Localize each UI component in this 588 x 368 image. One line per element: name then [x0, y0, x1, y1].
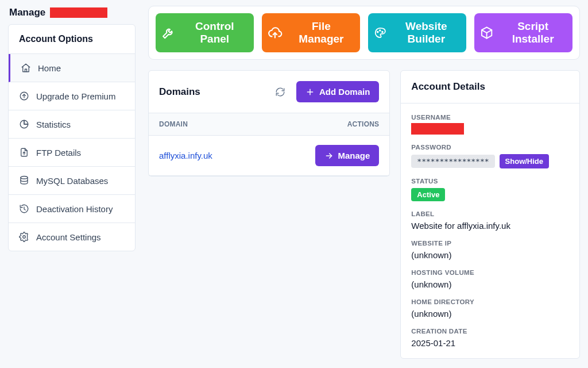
- sidebar-item-label: FTP Details: [36, 148, 81, 158]
- label-hosting-volume: HOSTING VOLUME: [411, 269, 569, 276]
- control-panel-button[interactable]: Control Panel: [156, 13, 254, 52]
- sidebar-item-upgrade[interactable]: Upgrade to Premium: [9, 82, 135, 110]
- sidebar-item-ftp[interactable]: FTP Details: [9, 139, 135, 166]
- website-builder-button[interactable]: Website Builder: [368, 13, 466, 52]
- redacted-username: [411, 123, 464, 135]
- manage-domain-button[interactable]: Manage: [315, 145, 380, 166]
- label-website-ip: WEBSITE IP: [411, 240, 569, 247]
- domain-link[interactable]: afflyxia.infy.uk: [159, 151, 212, 160]
- cloud-upload-icon: [268, 25, 283, 40]
- label-status: STATUS: [411, 178, 569, 185]
- manage-label: Manage: [9, 7, 45, 18]
- label-label: LABEL: [411, 210, 569, 217]
- label-username: USERNAME: [411, 114, 569, 121]
- file-manager-button[interactable]: File Manager: [262, 13, 360, 52]
- svg-point-5: [382, 32, 383, 33]
- sidebar-item-home[interactable]: Home: [10, 54, 135, 82]
- gear-icon: [19, 232, 29, 242]
- add-domain-label: Add Domain: [319, 87, 370, 97]
- palette-icon: [374, 25, 386, 40]
- action-label: Website Builder: [392, 20, 461, 45]
- account-details-title: Account Details: [411, 81, 485, 93]
- col-actions: ACTIONS: [261, 113, 389, 136]
- sidebar-heading: Account Options: [9, 25, 135, 54]
- history-icon: [19, 204, 29, 214]
- show-hide-password-button[interactable]: Show/Hide: [500, 154, 549, 168]
- refresh-icon: [275, 87, 285, 97]
- table-row: afflyxia.infy.uk Manage: [149, 136, 389, 176]
- col-domain: DOMAIN: [149, 113, 261, 136]
- action-label: Script Installer: [499, 20, 567, 45]
- action-label: File Manager: [288, 20, 354, 45]
- add-domain-button[interactable]: Add Domain: [296, 81, 379, 102]
- redacted-account-name: [50, 7, 107, 18]
- value-label: Website for afflyxia.infy.uk: [411, 221, 569, 231]
- svg-point-2: [23, 236, 26, 239]
- sidebar-item-label: Account Settings: [36, 232, 101, 242]
- svg-point-1: [21, 177, 28, 179]
- pie-icon: [19, 119, 29, 129]
- sidebar-item-settings[interactable]: Account Settings: [9, 223, 135, 251]
- script-installer-button[interactable]: Script Installer: [474, 13, 572, 52]
- sidebar-item-deactivation[interactable]: Deactivation History: [9, 195, 135, 223]
- arrow-right-icon: [324, 151, 334, 160]
- home-icon: [21, 63, 31, 73]
- arrow-up-circle-icon: [19, 91, 29, 101]
- sidebar-item-mysql[interactable]: MySQL Databases: [9, 167, 135, 194]
- domains-card: Domains Add Domain: [148, 70, 390, 177]
- plus-icon: [305, 87, 315, 97]
- label-creation-date: CREATION DATE: [411, 328, 569, 335]
- value-hosting-volume: (unknown): [411, 279, 569, 289]
- svg-point-4: [380, 30, 381, 31]
- label-home-directory: HOME DIRECTORY: [411, 298, 569, 305]
- refresh-button[interactable]: [272, 84, 288, 100]
- action-label: Control Panel: [181, 20, 248, 45]
- value-creation-date: 2025-01-21: [411, 338, 569, 348]
- file-arrow-icon: [19, 147, 29, 158]
- cube-icon: [480, 25, 493, 40]
- svg-point-3: [377, 32, 378, 33]
- status-badge: Active: [411, 188, 445, 201]
- account-details-card: Account Details USERNAME PASSWORD ******…: [400, 70, 580, 359]
- database-icon: [19, 175, 29, 186]
- action-bar: Control Panel File Manager Website Build…: [148, 6, 580, 60]
- sidebar-item-label: Upgrade to Premium: [36, 91, 115, 101]
- manage-label: Manage: [338, 151, 370, 160]
- value-home-directory: (unknown): [411, 309, 569, 319]
- wrench-icon: [161, 25, 176, 40]
- value-website-ip: (unknown): [411, 250, 569, 260]
- label-password: PASSWORD: [411, 144, 569, 151]
- password-mask: ****************: [411, 155, 494, 168]
- sidebar-item-label: Deactivation History: [36, 204, 113, 214]
- domains-title: Domains: [159, 86, 200, 98]
- sidebar-item-label: MySQL Databases: [36, 176, 108, 186]
- sidebar-item-statistics[interactable]: Statistics: [9, 110, 135, 138]
- sidebar-item-label: Statistics: [36, 120, 71, 129]
- page-title: Manage: [9, 7, 136, 18]
- sidebar-item-label: Home: [38, 63, 61, 73]
